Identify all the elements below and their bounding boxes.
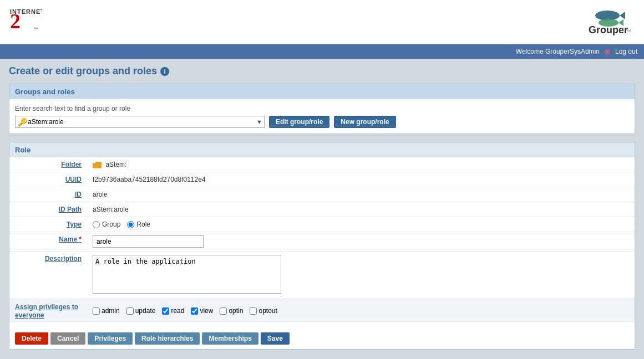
- priv-optout-checkbox[interactable]: [250, 307, 257, 315]
- id-value: arole: [87, 187, 635, 202]
- page-title-area: Create or edit groups and roles i: [9, 65, 635, 77]
- priv-update-checkbox[interactable]: [126, 307, 134, 315]
- search-row: 🔑 aStem:arole ▼ Edit group/role New grou…: [15, 116, 629, 128]
- role-panel-header: Role: [9, 142, 635, 157]
- name-value-cell: [87, 232, 635, 252]
- info-icon[interactable]: i: [160, 67, 169, 76]
- edit-group-button[interactable]: Edit group/role: [269, 116, 329, 128]
- assign-checkboxes-cell: admin update read view: [87, 299, 635, 323]
- type-role-radio[interactable]: [127, 221, 134, 228]
- priv-optin-checkbox[interactable]: [220, 307, 227, 315]
- privileges-button[interactable]: Privileges: [88, 332, 133, 345]
- top-header: 2 INTERNET ™ Grouper ™: [0, 0, 644, 44]
- search-select[interactable]: aStem:arole: [15, 116, 265, 128]
- priv-optout[interactable]: optout: [250, 307, 277, 315]
- description-value-cell: A role in the application: [87, 252, 635, 299]
- type-value: Group Role: [87, 217, 635, 232]
- svg-text:Grouper: Grouper: [589, 24, 628, 35]
- name-row: Name *: [9, 232, 635, 252]
- role-form-table: Folder aStem: UUID f2b9736aaba7452188fd2…: [9, 157, 635, 322]
- page-content: Create or edit groups and roles i Groups…: [0, 59, 644, 359]
- welcome-text: Welcome GrouperSysAdmin: [516, 48, 600, 55]
- priv-update[interactable]: update: [126, 307, 156, 315]
- priv-optin[interactable]: optin: [220, 307, 243, 315]
- priv-view[interactable]: view: [191, 307, 213, 315]
- svg-text:™: ™: [33, 27, 38, 32]
- type-group-option[interactable]: Group: [93, 220, 120, 228]
- svg-text:INTERNET: INTERNET: [10, 8, 42, 15]
- svg-text:™: ™: [626, 29, 631, 34]
- description-label: Description: [9, 252, 87, 299]
- logo-area: 2 INTERNET ™: [9, 6, 42, 38]
- delete-button[interactable]: Delete: [15, 332, 48, 345]
- uuid-row: UUID f2b9736aaba7452188fd270d8f0112e4: [9, 172, 635, 187]
- assign-row: Assign privileges to everyone admin upda…: [9, 299, 635, 323]
- privilege-checkboxes: admin update read view: [93, 307, 629, 315]
- id-label: ID: [9, 187, 87, 202]
- role-hierarchies-button[interactable]: Role hierarchies: [135, 332, 200, 345]
- new-group-button[interactable]: New group/role: [334, 116, 395, 128]
- memberships-button[interactable]: Memberships: [202, 332, 258, 345]
- svg-marker-4: [620, 12, 625, 19]
- priv-view-checkbox[interactable]: [191, 307, 198, 315]
- logout-label: Log out: [615, 48, 637, 55]
- priv-admin[interactable]: admin: [93, 307, 120, 315]
- cancel-button[interactable]: Cancel: [50, 332, 85, 345]
- priv-read[interactable]: read: [162, 307, 184, 315]
- folder-value: aStem:: [87, 157, 635, 172]
- idpath-label: ID Path: [9, 202, 87, 217]
- uuid-label: UUID: [9, 172, 87, 187]
- logout-icon: ⊗: [604, 47, 611, 56]
- description-textarea[interactable]: A role in the application: [93, 255, 281, 294]
- type-row: Type Group Role: [9, 217, 635, 232]
- assign-privileges-link[interactable]: Assign privileges to everyone: [15, 303, 78, 319]
- page-title: Create or edit groups and roles: [9, 65, 157, 77]
- type-radio-group: Group Role: [93, 220, 629, 228]
- type-label: Type: [9, 217, 87, 232]
- logout-link[interactable]: Log out: [615, 48, 637, 55]
- folder-label: Folder: [9, 157, 87, 172]
- description-row: Description A role in the application: [9, 252, 635, 299]
- action-buttons: Delete Cancel Privileges Role hierarchie…: [9, 328, 635, 349]
- save-button[interactable]: Save: [261, 332, 290, 345]
- role-panel: Role Folder aStem: UUID f2b9736aaba74521…: [9, 142, 635, 350]
- search-folder-icon: 🔑: [18, 117, 27, 126]
- type-group-radio[interactable]: [93, 221, 100, 228]
- uuid-value: f2b9736aaba7452188fd270d8f0112e4: [87, 172, 635, 187]
- priv-read-checkbox[interactable]: [162, 307, 169, 315]
- search-select-wrap: 🔑 aStem:arole ▼: [15, 116, 265, 128]
- folder-icon: [93, 162, 102, 168]
- idpath-row: ID Path aStem:arole: [9, 202, 635, 217]
- type-role-option[interactable]: Role: [127, 220, 150, 228]
- idpath-value: aStem:arole: [87, 202, 635, 217]
- name-required: *: [79, 235, 82, 243]
- id-row: ID arole: [9, 187, 635, 202]
- search-label: Enter search text to find a group or rol…: [15, 105, 629, 112]
- grouper-logo: Grouper ™: [574, 4, 635, 39]
- assign-label-cell: Assign privileges to everyone: [9, 299, 87, 323]
- groups-panel-body: Enter search text to find a group or rol…: [9, 99, 635, 134]
- groups-panel-header: Groups and roles: [9, 84, 635, 99]
- name-label: Name *: [9, 232, 87, 252]
- folder-row: Folder aStem:: [9, 157, 635, 172]
- priv-admin-checkbox[interactable]: [93, 307, 100, 315]
- groups-panel: Groups and roles Enter search text to fi…: [9, 84, 635, 134]
- internet2-logo: 2 INTERNET ™: [9, 6, 42, 38]
- name-input[interactable]: [93, 235, 204, 248]
- nav-bar: Welcome GrouperSysAdmin ⊗ Log out: [0, 44, 644, 59]
